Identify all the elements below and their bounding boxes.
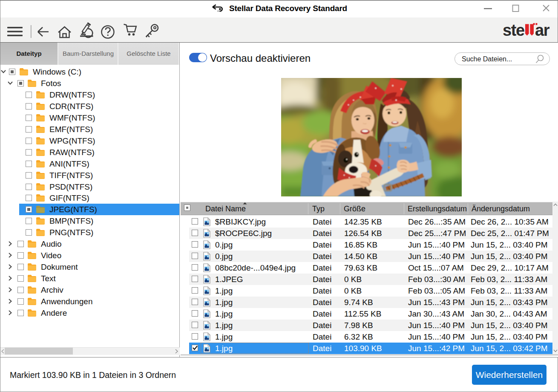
- svg-text:ar: ar: [535, 22, 550, 39]
- svg-text:ste: ste: [503, 22, 524, 39]
